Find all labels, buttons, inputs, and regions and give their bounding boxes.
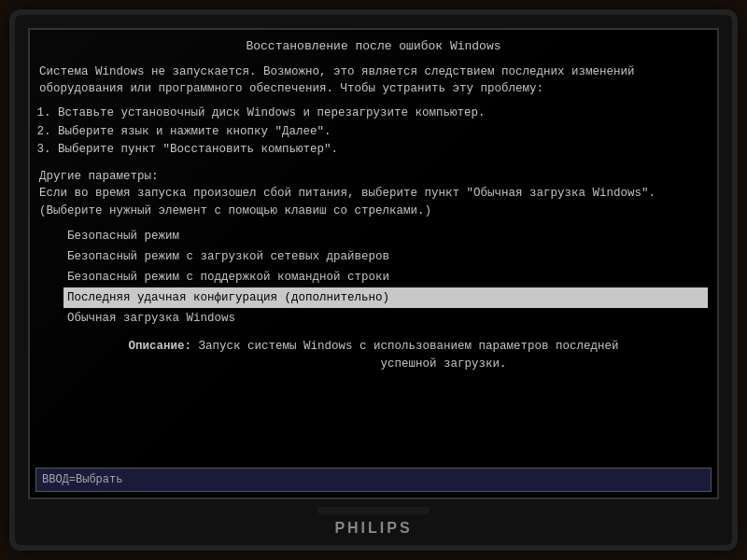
step-1: Вставьте установочный диск Windows и пер… <box>58 105 708 122</box>
step-3: Выберите пункт "Восстановить компьютер". <box>58 142 708 159</box>
step-2: Выберите язык и нажмите кнопку "Далее". <box>58 124 708 141</box>
description-section: Описание: Запуск системы Windows с испол… <box>39 338 708 373</box>
menu-item-safe[interactable]: Безопасный режим <box>67 226 708 246</box>
screen: Восстановление после ошибок Windows Сист… <box>28 28 719 499</box>
boot-menu[interactable]: Безопасный режим Безопасный режим с загр… <box>67 226 708 329</box>
monitor-stand <box>317 507 430 514</box>
brand-logo: PHILIPS <box>334 520 412 537</box>
other-params-text2: (Выберите нужный элемент с помощью клави… <box>39 203 708 220</box>
menu-item-last-good[interactable]: Последняя удачная конфигурация (дополнит… <box>63 287 708 308</box>
screen-title: Восстановление после ошибок Windows <box>39 37 708 56</box>
monitor-bottom: PHILIPS <box>28 499 719 545</box>
other-params-section: Другие параметры: Если во время запуска … <box>39 168 708 220</box>
menu-item-safe-network[interactable]: Безопасный режим с загрузкой сетевых дра… <box>67 246 708 267</box>
description-label: Описание: Запуск системы Windows с испол… <box>128 340 618 371</box>
menu-item-normal[interactable]: Обычная загрузка Windows <box>67 308 708 329</box>
other-params-text1: Если во время запуска произошел сбой пит… <box>39 185 708 203</box>
steps-list: Вставьте установочный диск Windows и пер… <box>58 105 708 159</box>
menu-item-safe-cmd[interactable]: Безопасный режим с поддержкой командной … <box>67 267 708 287</box>
other-params-label: Другие параметры: <box>39 168 708 186</box>
intro-text: Система Windows не запускается. Возможно… <box>39 63 708 99</box>
input-bar[interactable]: ВВОД=Выбрать <box>35 468 712 492</box>
screen-content: Восстановление после ошибок Windows Сист… <box>30 30 717 497</box>
monitor: Восстановление после ошибок Windows Сист… <box>9 9 738 551</box>
